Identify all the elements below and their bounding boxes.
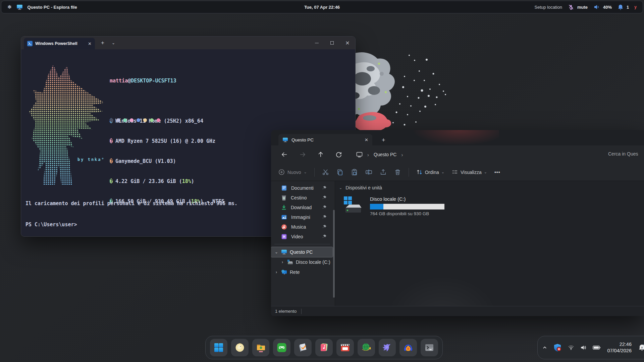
terminal-tab-dropdown-icon[interactable]: ⌄	[112, 41, 115, 45]
security-shield-alert-icon[interactable]	[553, 343, 562, 352]
delete-icon[interactable]	[394, 169, 401, 176]
back-icon[interactable]	[281, 151, 288, 158]
dock-app-file-manager[interactable]	[252, 339, 270, 356]
snowflake-icon[interactable]: ❄	[7, 4, 12, 10]
breadcrumb-chevron-icon[interactable]: ›	[401, 152, 403, 158]
monitor-icon	[16, 4, 23, 10]
dock-app-audio-player[interactable]	[399, 339, 417, 356]
dock-app-terminal[interactable]	[421, 339, 438, 356]
explorer-tab-close-icon[interactable]: ✕	[365, 137, 368, 142]
palette-dot	[143, 118, 147, 122]
explorer-sidebar: Documenti Cestino Download Immagini	[271, 181, 335, 306]
chevron-right-icon[interactable]: ›	[280, 260, 284, 264]
explorer-window: Questo PC ✕ + › Questo PC › Cerca in Que…	[271, 130, 644, 316]
tray-clock[interactable]: 22:46 07/04/2026	[607, 341, 632, 354]
dock-app-windows-start[interactable]	[210, 339, 227, 356]
terminal-tab-close-icon[interactable]: ✕	[88, 41, 92, 46]
bell-icon[interactable]	[618, 4, 623, 10]
windows-logo-icon	[214, 343, 224, 353]
speaker-icon[interactable]	[594, 4, 600, 10]
sidebar-item-musica[interactable]: Musica	[271, 222, 335, 232]
disk-name: Disco locale (C:)	[370, 196, 444, 202]
explorer-toolbar: Nuovo ⌄ A Ordina⌄ Visualizza⌄ •••	[271, 164, 644, 181]
sidebar-tree-questo-pc[interactable]: ⌄ Questo PC	[271, 247, 333, 257]
breadcrumb-pc-icon[interactable]	[356, 152, 363, 158]
sidebar-item-video[interactable]: Video	[271, 232, 335, 241]
notification-count[interactable]: 1	[627, 5, 629, 10]
explorer-new-tab-button[interactable]: +	[382, 137, 385, 144]
chevron-up-icon[interactable]	[542, 345, 547, 351]
headphones-icon	[403, 343, 413, 353]
explorer-tab[interactable]: Questo PC ✕	[278, 134, 372, 145]
breadcrumb-questo-pc[interactable]: Questo PC	[374, 152, 396, 157]
cut-icon[interactable]	[322, 169, 329, 176]
search-input[interactable]: Cerca in Ques	[608, 151, 638, 157]
battery-icon[interactable]	[593, 345, 601, 351]
sidebar-item-documenti[interactable]: Documenti	[271, 183, 335, 193]
dock-app-game-launcher[interactable]	[273, 339, 290, 356]
dock-app-download-manager[interactable]	[358, 339, 375, 356]
terminal-tab[interactable]: Windows PowerShell ✕	[24, 38, 95, 49]
local-disk-icon	[343, 196, 363, 215]
download-icon	[281, 204, 287, 210]
breadcrumb-chevron-icon: ›	[367, 152, 369, 158]
mic-status-label[interactable]: mute	[577, 5, 588, 10]
volume-label[interactable]: 40%	[603, 5, 612, 10]
new-button[interactable]: Nuovo ⌄	[278, 169, 307, 175]
svg-text:z: z	[641, 346, 643, 349]
speaker-icon[interactable]	[580, 344, 587, 351]
terminal-icon	[424, 343, 434, 353]
dock-app-music[interactable]	[315, 339, 333, 356]
dock-app-checklist[interactable]	[294, 339, 312, 356]
terminal-new-tab-button[interactable]: +	[101, 40, 104, 46]
pin-icon	[322, 195, 327, 200]
mic-muted-icon[interactable]	[568, 4, 574, 10]
view-button[interactable]: Visualizza⌄	[452, 169, 487, 175]
paste-icon[interactable]	[351, 169, 358, 176]
more-button[interactable]: •••	[494, 170, 500, 175]
pet-icon	[235, 343, 245, 353]
forward-icon[interactable]	[299, 151, 306, 158]
sidebar-item-download[interactable]: Download	[271, 202, 335, 212]
explorer-titlebar[interactable]: Questo PC ✕ +	[271, 130, 644, 145]
art-credit: by tnka°	[77, 157, 105, 162]
sidebar-tree-rete[interactable]: › Rete	[271, 267, 335, 277]
wifi-icon[interactable]	[568, 344, 574, 351]
pin-icon	[322, 205, 327, 209]
dock-app-bird-messenger[interactable]	[379, 339, 396, 356]
disk-item[interactable]: Disco locale (C:) 764 GB disponibili su …	[343, 196, 444, 216]
bell-sleep-icon[interactable]: zzz	[638, 343, 644, 352]
sidebar-tree-disco-locale[interactable]: › Disco locale (C:)	[271, 257, 335, 267]
terminal-titlebar[interactable]: Windows PowerShell ✕ + ⌄ ✕	[21, 37, 355, 49]
explorer-content[interactable]: ⌄ Dispositivi e unità Disco locale (C:)	[335, 181, 644, 306]
share-icon[interactable]	[380, 169, 387, 176]
monitor-icon	[281, 249, 287, 255]
up-icon[interactable]	[317, 151, 324, 158]
terminal-palette	[110, 118, 160, 122]
section-devices-and-drives[interactable]: ⌄ Dispositivi e unità	[339, 185, 382, 190]
chevron-down-icon[interactable]: ⌄	[339, 186, 342, 190]
terminal-minimize-button[interactable]	[309, 37, 324, 49]
rename-icon[interactable]: A	[365, 169, 372, 176]
taskbar-dock	[205, 336, 443, 359]
system-tray: 22:46 07/04/2026 zzz	[537, 336, 644, 359]
dock-app-pet[interactable]	[231, 339, 249, 356]
setup-location-label[interactable]: Setup location	[535, 5, 562, 10]
chevron-down-icon[interactable]: ⌄	[274, 250, 278, 254]
top-status-bar: ❄ Questo PC - Esplora file Tue, 07 Apr 2…	[1, 1, 643, 13]
fastfetch-user-host: mattia@DESKTOP-UCSFT13	[110, 77, 224, 84]
dock-app-video-editor[interactable]	[336, 339, 354, 356]
sidebar-item-cestino[interactable]: Cestino	[271, 193, 335, 202]
sidebar-item-immagini[interactable]: Immagini	[271, 212, 335, 222]
refresh-icon[interactable]	[335, 151, 342, 158]
yasb-logo[interactable]: y	[634, 5, 637, 9]
terminal-prompt[interactable]: PS C:\Users\user>	[25, 221, 237, 228]
chevron-right-icon[interactable]: ›	[274, 270, 278, 275]
fastfetch-memory-line: �4.22 GiB / 23.36 GiB (18%)	[110, 178, 224, 185]
sort-button[interactable]: Ordina⌄	[416, 169, 444, 175]
terminal-maximize-button[interactable]	[324, 37, 340, 49]
checkmark-icon	[298, 343, 308, 353]
network-icon	[281, 269, 287, 275]
copy-icon[interactable]	[336, 169, 343, 176]
terminal-close-button[interactable]: ✕	[340, 37, 355, 49]
